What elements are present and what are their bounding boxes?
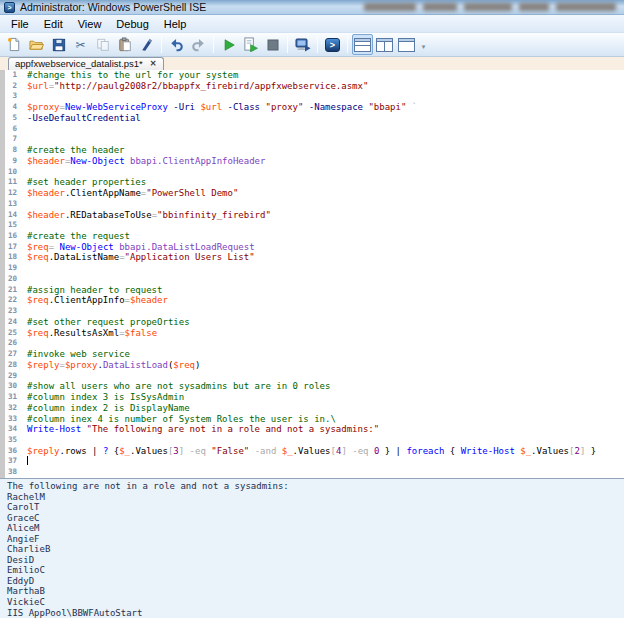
menu-item-help[interactable]: Help xyxy=(157,16,195,32)
line-number: 12 xyxy=(0,188,21,199)
line-number: 34 xyxy=(0,424,21,435)
line-number: 4 xyxy=(0,102,21,113)
toolbar-separator xyxy=(347,36,348,53)
code-text xyxy=(21,338,27,349)
code-line: 36$reply.rows | ? {$_.Values[3] -eq "Fal… xyxy=(0,446,624,457)
run-script-icon xyxy=(222,38,236,52)
line-number: 25 xyxy=(0,328,21,339)
output-line: RachelM xyxy=(7,492,624,503)
code-text xyxy=(21,456,28,467)
code-text: #column index 2 is DisplayName xyxy=(21,403,190,414)
text-cursor xyxy=(27,456,28,465)
powershell-console-icon: > xyxy=(325,38,340,52)
line-number: 32 xyxy=(0,403,21,414)
undo-button[interactable] xyxy=(166,34,187,55)
output-line: IIS AppPool\BBWFAutoStart xyxy=(7,608,624,618)
paste-clipboard-icon xyxy=(118,37,132,52)
code-line: 20 xyxy=(0,274,624,285)
line-number: 11 xyxy=(0,177,21,188)
code-line: 19 xyxy=(0,263,624,274)
line-number: 21 xyxy=(0,285,21,296)
line-number: 31 xyxy=(0,392,21,403)
new-script-button[interactable] xyxy=(4,34,25,55)
code-text: $reply.rows | ? {$_.Values[3] -eq "False… xyxy=(21,446,596,457)
code-text xyxy=(21,134,27,145)
code-text: $header.ClientAppName="PowerShell Demo" xyxy=(21,188,238,199)
show-script-pane-top-button[interactable] xyxy=(352,34,373,55)
line-number: 13 xyxy=(0,199,21,210)
code-text xyxy=(21,274,27,285)
code-text: $req= New-Object bbapi.DataListLoadReque… xyxy=(21,242,255,253)
run-selection-button[interactable] xyxy=(240,34,261,55)
line-number: 5 xyxy=(0,113,21,124)
code-text: #set other request propeOrties xyxy=(21,317,190,328)
run-script-button[interactable] xyxy=(218,34,239,55)
show-script-pane-right-button[interactable] xyxy=(374,34,395,55)
chevron-down-icon: ▾ xyxy=(422,43,426,51)
code-text xyxy=(21,124,27,135)
code-text xyxy=(21,371,27,382)
code-text xyxy=(21,306,27,317)
menu-item-debug[interactable]: Debug xyxy=(109,16,156,32)
stop-execution-button[interactable] xyxy=(262,34,283,55)
clear-output-pane-button[interactable] xyxy=(136,34,157,55)
output-line: EmilioC xyxy=(7,565,624,576)
new-script-icon xyxy=(7,37,22,52)
line-number: 9 xyxy=(0,156,21,167)
line-number: 27 xyxy=(0,349,21,360)
code-line: 6 xyxy=(0,124,624,135)
save-script-button[interactable] xyxy=(48,34,69,55)
code-text xyxy=(21,199,27,210)
show-script-pane-maximized-button[interactable] xyxy=(396,34,417,55)
menu-item-file[interactable]: File xyxy=(4,16,37,32)
script-pane-maximized-icon xyxy=(398,38,415,52)
new-remote-powershell-tab-button[interactable] xyxy=(292,34,313,55)
code-text: #column inex 4 is number of System Roles… xyxy=(21,414,336,425)
code-line: 7 xyxy=(0,134,624,145)
open-script-button[interactable] xyxy=(26,34,47,55)
script-editor[interactable]: 1#change this to the url for your system… xyxy=(0,70,624,478)
line-number: 19 xyxy=(0,263,21,274)
line-number: 10 xyxy=(0,167,21,178)
script-pane-right-icon xyxy=(376,38,393,52)
tab-appfxwebservice-datalist[interactable]: appfxwebservice_datalist.ps1* ✕ xyxy=(8,57,164,70)
code-text: #show all users who are not sysadmins bu… xyxy=(21,381,330,392)
copy-button[interactable] xyxy=(92,34,113,55)
code-line: 28$reply=$proxy.DataListLoad($req) xyxy=(0,360,624,371)
save-floppy-icon xyxy=(52,38,66,52)
powershell-ise-app-icon: > xyxy=(4,2,15,13)
code-line: 26 xyxy=(0,338,624,349)
cut-scissors-icon: ✂ xyxy=(75,38,85,52)
line-number: 3 xyxy=(0,91,21,102)
code-text xyxy=(21,167,27,178)
code-text xyxy=(21,91,27,102)
redo-button[interactable] xyxy=(188,34,209,55)
menu-item-edit[interactable]: Edit xyxy=(37,16,71,32)
code-line: 3 xyxy=(0,91,624,102)
code-text: $req.ResultsAsXml=$false xyxy=(21,328,157,339)
toolbar-separator xyxy=(161,36,162,53)
code-text xyxy=(21,220,27,231)
code-text: #create the header xyxy=(21,145,125,156)
toolbar-overflow-button[interactable]: ▾ xyxy=(418,38,429,56)
code-text: $url="http://paulg2008r2/bbappfx_firebir… xyxy=(21,81,368,92)
code-text: #change this to the url for your system xyxy=(21,70,238,81)
code-text: #assign header to request xyxy=(21,285,162,296)
toolbar-separator xyxy=(213,36,214,53)
output-line: VickieC xyxy=(7,597,624,608)
undo-icon xyxy=(169,38,184,52)
output-pane[interactable]: The following are not in a role and not … xyxy=(0,478,624,618)
code-text: #invoke web service xyxy=(21,349,130,360)
cut-button[interactable]: ✂ xyxy=(70,34,91,55)
menu-item-view[interactable]: View xyxy=(71,16,110,32)
code-text: #create the request xyxy=(21,231,130,242)
code-line: 22$req.ClientAppInfo=$header xyxy=(0,295,624,306)
tab-label: appfxwebservice_datalist.ps1* xyxy=(15,58,143,69)
code-text: $reply=$proxy.DataListLoad($req) xyxy=(21,360,200,371)
tab-close-icon[interactable]: ✕ xyxy=(150,59,157,68)
paste-button[interactable] xyxy=(114,34,135,55)
menu-bar: FileEditViewDebugHelp xyxy=(0,15,624,33)
code-line: 29 xyxy=(0,371,624,382)
tab-strip: appfxwebservice_datalist.ps1* ✕ xyxy=(0,57,624,70)
start-powershell-exe-button[interactable]: > xyxy=(322,34,343,55)
